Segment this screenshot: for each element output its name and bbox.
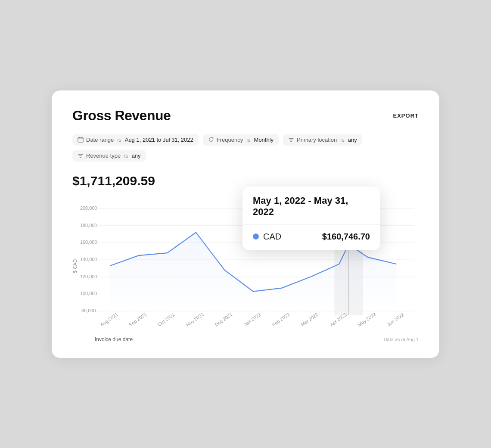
tooltip-body: CAD $160,746.70	[242, 225, 380, 250]
x-sep2021: Sep 2021	[128, 311, 147, 327]
x-aug2021: Aug 2021	[99, 311, 118, 327]
x-oct2021: Oct 2021	[157, 312, 175, 327]
y-label-100k: 100,000	[80, 291, 97, 296]
tooltip-currency-label: CAD	[263, 232, 281, 242]
filter-chip-0[interactable]: Date range is Aug 1, 2021 to Jul 31, 202…	[72, 134, 199, 146]
filter-icon-0	[78, 137, 84, 143]
x-mar2022: Mar 2022	[300, 311, 319, 327]
x-jan2022: Jan 2022	[243, 311, 262, 327]
data-note: Data as of Aug 1	[384, 337, 419, 342]
filter-chip-2[interactable]: Primary location is any	[283, 134, 362, 146]
filter-key-3: Revenue type	[86, 152, 121, 159]
tooltip-currency-dot	[253, 233, 259, 240]
svg-rect-0	[78, 137, 83, 142]
export-button[interactable]: EXPORT	[393, 112, 419, 119]
card-header: Gross Revenue EXPORT	[72, 108, 419, 124]
y-label-80k: 80,000	[81, 308, 96, 313]
filter-chip-3[interactable]: Revenue type is any	[72, 150, 146, 162]
x-nov2021: Nov 2021	[185, 311, 205, 327]
chart-area: 200,000 180,000 160,000 140,000 120,000 …	[72, 195, 419, 333]
filter-key-1: Frequency	[217, 137, 243, 143]
y-label-140k: 140,000	[80, 257, 97, 262]
filter-value-3: any	[132, 152, 141, 159]
filter-value-0: Aug 1, 2021 to Jul 31, 2022	[125, 137, 193, 143]
filter-key-2: Primary location	[297, 137, 337, 143]
y-axis-title: $ CAD	[72, 259, 78, 273]
tooltip-date-range: May 1, 2022 - May 31, 2022	[253, 195, 348, 217]
filter-icon-3	[78, 152, 84, 159]
x-axis-title: Invoice due date	[95, 336, 133, 342]
x-feb2022: Feb 2022	[271, 311, 291, 327]
tooltip-currency-row: CAD	[253, 232, 281, 242]
x-dec2021: Dec 2021	[214, 311, 233, 327]
x-jun2022: Jun 2022	[386, 311, 405, 327]
filter-icon-2	[288, 137, 294, 143]
filter-key-0: Date range	[86, 137, 114, 143]
filter-operator-1: is	[246, 137, 250, 143]
filter-value-2: any	[348, 137, 357, 143]
tooltip-header: May 1, 2022 - May 31, 2022	[242, 187, 380, 225]
filter-operator-0: is	[117, 137, 121, 143]
y-label-160k: 160,000	[80, 240, 97, 245]
y-label-120k: 120,000	[80, 274, 97, 279]
filter-operator-3: is	[124, 152, 128, 159]
total-value: $1,711,209.59	[72, 174, 419, 188]
y-label-180k: 180,000	[80, 222, 97, 227]
tooltip-card: May 1, 2022 - May 31, 2022 CAD $160,746.…	[242, 187, 380, 250]
filters-bar: Date range is Aug 1, 2021 to Jul 31, 202…	[72, 134, 419, 162]
chart-footer: Invoice due date Data as of Aug 1	[72, 336, 419, 342]
y-label-200k: 200,000	[80, 205, 97, 210]
tooltip-amount: $160,746.70	[322, 232, 370, 242]
filter-operator-2: is	[340, 137, 344, 143]
filter-value-1: Monthly	[254, 137, 274, 143]
filter-chip-1[interactable]: Frequency is Monthly	[203, 134, 279, 146]
main-card: Gross Revenue EXPORT Date range is Aug 1…	[52, 90, 439, 358]
page-title: Gross Revenue	[72, 108, 171, 124]
filter-icon-1	[208, 137, 214, 143]
